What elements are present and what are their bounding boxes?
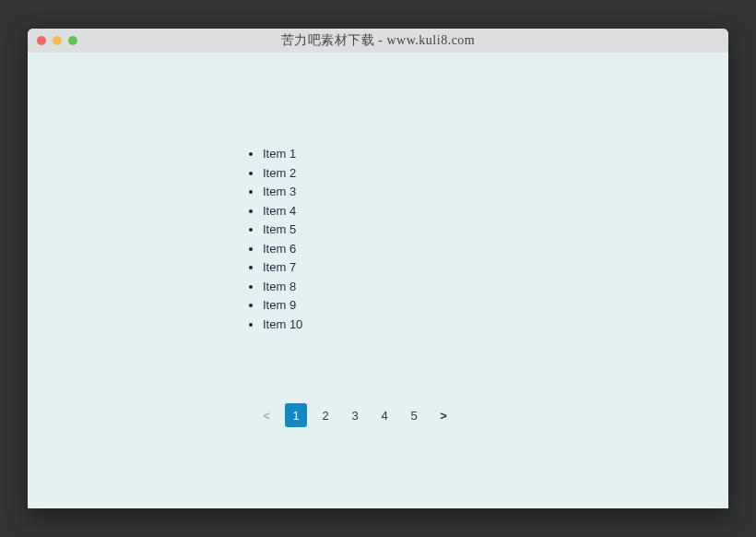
- list-item: Item 3: [263, 183, 410, 202]
- list-item: Item 9: [263, 296, 410, 316]
- list-item: Item 1: [263, 145, 410, 164]
- pagination: < 1 2 3 4 5 >: [255, 403, 455, 427]
- content-area: Item 1 Item 2 Item 3 Item 4 Item 5 Item …: [28, 53, 728, 427]
- list-item: Item 10: [263, 316, 410, 335]
- list-item: Item 4: [263, 202, 410, 221]
- list-container: Item 1 Item 2 Item 3 Item 4 Item 5 Item …: [244, 145, 410, 334]
- traffic-lights: [37, 36, 77, 45]
- titlebar: 苦力吧素材下载 - www.kuli8.com: [28, 29, 728, 53]
- item-list: Item 1 Item 2 Item 3 Item 4 Item 5 Item …: [244, 145, 410, 334]
- maximize-icon[interactable]: [68, 36, 77, 45]
- minimize-icon[interactable]: [53, 36, 62, 45]
- list-item: Item 5: [263, 221, 410, 240]
- list-item: Item 2: [263, 164, 410, 184]
- page-button-2[interactable]: 2: [314, 403, 337, 427]
- close-icon[interactable]: [37, 36, 46, 45]
- page-button-1[interactable]: 1: [285, 403, 307, 427]
- page-button-3[interactable]: 3: [344, 403, 366, 427]
- next-button[interactable]: >: [432, 403, 455, 427]
- page-button-4[interactable]: 4: [373, 403, 396, 427]
- list-item: Item 8: [263, 278, 410, 297]
- page-button-5[interactable]: 5: [403, 403, 425, 427]
- list-item: Item 7: [263, 258, 410, 278]
- list-item: Item 6: [263, 240, 410, 259]
- prev-button[interactable]: <: [255, 403, 278, 427]
- window-title: 苦力吧素材下载 - www.kuli8.com: [28, 32, 728, 49]
- window: 苦力吧素材下载 - www.kuli8.com Item 1 Item 2 It…: [28, 29, 728, 508]
